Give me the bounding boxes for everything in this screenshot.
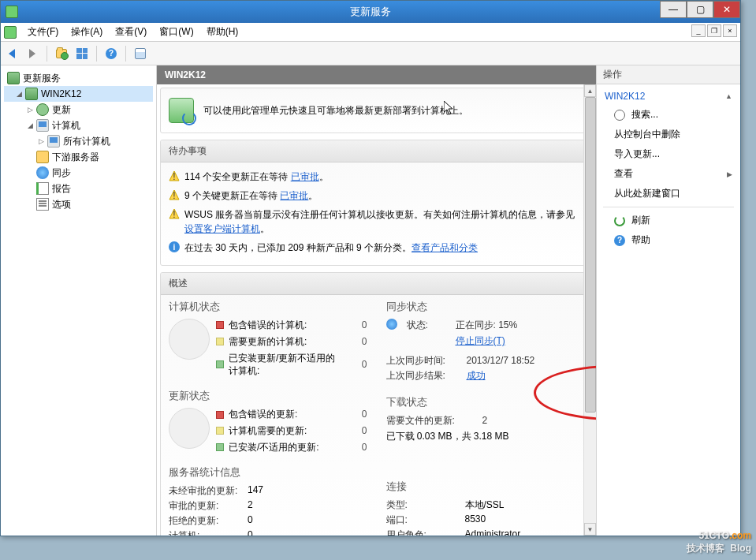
tree-computers[interactable]: ◢计算机 — [4, 118, 153, 133]
update-status-title: 更新状态 — [169, 389, 367, 403]
scroll-down-button[interactable]: ▼ — [584, 523, 596, 536]
action-view[interactable]: 查看▶ — [597, 164, 740, 184]
collapse-icon[interactable]: ◢ — [15, 90, 24, 99]
sync-icon — [36, 166, 49, 179]
service-icon — [7, 72, 20, 84]
legend-yellow-icon — [216, 427, 224, 435]
todo-panel: 待办事项 ! 114 个安全更新正在等待 已审批。 ! 9 个关键更新正在等待 … — [160, 140, 593, 266]
back-button[interactable] — [2, 44, 21, 63]
mdi-restore-button[interactable]: ❐ — [707, 24, 721, 37]
chevron-up-icon[interactable]: ▲ — [725, 92, 732, 100]
tree-all-computers[interactable]: ▷所有计算机 — [4, 133, 153, 149]
tree-root[interactable]: 更新服务 — [4, 70, 153, 86]
app-icon — [6, 6, 18, 18]
banner-panel: 可以使用此管理单元快速且可靠地将最新更新部署到计算机上。 — [160, 88, 593, 133]
arrow-right-icon — [29, 49, 35, 58]
computer-icon — [47, 135, 60, 147]
server-stats-title: 服务器统计信息 — [169, 465, 367, 480]
client-setup-link[interactable]: 设置客户端计算机 — [184, 223, 260, 234]
update-icon — [36, 103, 49, 116]
tree-downstream[interactable]: 下游服务器 — [4, 149, 153, 165]
computer-icon — [36, 119, 49, 132]
collapse-icon[interactable]: ◢ — [26, 121, 35, 130]
todo-item: ! 9 个关键更新正在等待 已审批。 — [169, 186, 584, 205]
menu-window[interactable]: 窗口(W) — [153, 23, 199, 41]
toolbar-separator — [96, 46, 97, 62]
folder-up-icon — [56, 49, 67, 58]
stop-sync-link[interactable]: 停止同步(T) — [456, 334, 505, 348]
download-status-title: 下载状态 — [386, 395, 585, 409]
tree-reports[interactable]: 报告 — [4, 181, 153, 196]
calendar-icon — [135, 48, 146, 59]
tree-server[interactable]: ◢WIN2K12 — [4, 86, 153, 102]
center-header: WIN2K12 — [157, 65, 596, 84]
action-help[interactable]: ?帮助 — [597, 230, 740, 250]
minimize-button[interactable]: — — [660, 1, 687, 18]
expand-icon[interactable]: ▷ — [26, 106, 35, 114]
tree-options[interactable]: 选项 — [4, 196, 153, 212]
approve-link[interactable]: 已审批 — [280, 190, 308, 201]
scrollbar-thumb[interactable] — [585, 97, 596, 413]
vertical-scrollbar[interactable]: ▲ ▼ — [583, 84, 596, 536]
scroll-up-button[interactable]: ▲ — [584, 84, 596, 97]
svg-text:!: ! — [173, 190, 175, 200]
help-icon: ? — [106, 48, 117, 59]
titlebar[interactable]: 更新服务 — ▢ ✕ — [1, 1, 740, 23]
overview-title: 概述 — [161, 273, 592, 295]
center-pane: WIN2K12 可以使用此管理单元快速且可靠地将最新更新部署到计算机上。 待办事… — [157, 65, 597, 536]
products-link[interactable]: 查看产品和分类 — [412, 242, 478, 253]
action-refresh[interactable]: 刷新 — [597, 211, 740, 230]
actions-group-title: WIN2K12▲ — [597, 88, 740, 105]
tree-updates[interactable]: ▷更新 — [4, 102, 153, 118]
action-new-window[interactable]: 从此处新建窗口 — [597, 184, 740, 203]
actions-header: 操作 — [597, 65, 740, 84]
svg-text:!: ! — [173, 209, 175, 219]
warning-icon: ! — [169, 208, 180, 219]
menu-action[interactable]: 操作(A) — [65, 23, 109, 41]
info-icon: i — [169, 241, 180, 252]
close-button[interactable]: ✕ — [713, 1, 740, 18]
up-folder-button[interactable] — [52, 44, 71, 63]
sync-result-link[interactable]: 成功 — [467, 369, 486, 383]
approve-link[interactable]: 已审批 — [291, 171, 319, 182]
tree-sync[interactable]: 同步 — [4, 165, 153, 181]
menu-file[interactable]: 文件(F) — [21, 23, 65, 41]
menu-help[interactable]: 帮助(H) — [200, 23, 245, 41]
action-search[interactable]: 搜索... — [597, 105, 740, 125]
mdi-minimize-button[interactable]: _ — [691, 24, 706, 37]
connection-title: 连接 — [386, 480, 585, 494]
calendar-button[interactable] — [131, 44, 150, 63]
menu-view[interactable]: 查看(V) — [109, 23, 153, 41]
sync-icon — [386, 319, 397, 330]
expand-icon[interactable]: ▷ — [37, 137, 46, 146]
overview-panel: 概述 计算机状态 包含错误的计算机:0 需要更新的计算机:0 — [160, 272, 593, 536]
warning-icon: ! — [169, 189, 180, 200]
update-status-chart — [169, 408, 210, 449]
sync-status-title: 同步状态 — [386, 300, 585, 314]
todo-item: ! WSUS 服务器当前显示没有注册任何计算机以接收更新。有关如何注册计算机的信… — [169, 205, 584, 238]
actions-pane: 操作 WIN2K12▲ 搜索... 从控制台中删除 导入更新... 查看▶ 从此… — [597, 65, 740, 536]
chevron-right-icon: ▶ — [727, 170, 732, 178]
action-remove-console[interactable]: 从控制台中删除 — [597, 125, 740, 144]
forward-button[interactable] — [23, 44, 42, 63]
center-body[interactable]: 可以使用此管理单元快速且可靠地将最新更新部署到计算机上。 待办事项 ! 114 … — [157, 84, 596, 536]
maximize-button[interactable]: ▢ — [687, 1, 713, 18]
action-import-update[interactable]: 导入更新... — [597, 144, 740, 164]
warning-icon: ! — [169, 170, 180, 181]
computer-status-title: 计算机状态 — [169, 300, 367, 314]
mdi-close-button[interactable]: × — [723, 24, 737, 37]
options-icon — [36, 198, 49, 211]
banner-text: 可以使用此管理单元快速且可靠地将最新更新部署到计算机上。 — [203, 104, 468, 118]
legend-green-icon — [216, 443, 224, 451]
navigation-tree[interactable]: 更新服务 ◢WIN2K12 ▷更新 ◢计算机 ▷所有计算机 下游服务器 同步 报… — [1, 65, 157, 536]
help-button[interactable]: ? — [102, 44, 121, 63]
svg-text:!: ! — [173, 171, 175, 181]
grid-icon — [76, 48, 88, 59]
search-icon — [614, 110, 625, 121]
legend-red-icon — [216, 321, 224, 329]
grid-button[interactable] — [73, 44, 91, 63]
separator — [603, 207, 734, 207]
window-title: 更新服务 — [350, 5, 391, 19]
help-icon: ? — [614, 235, 625, 246]
wsus-icon — [169, 98, 194, 123]
